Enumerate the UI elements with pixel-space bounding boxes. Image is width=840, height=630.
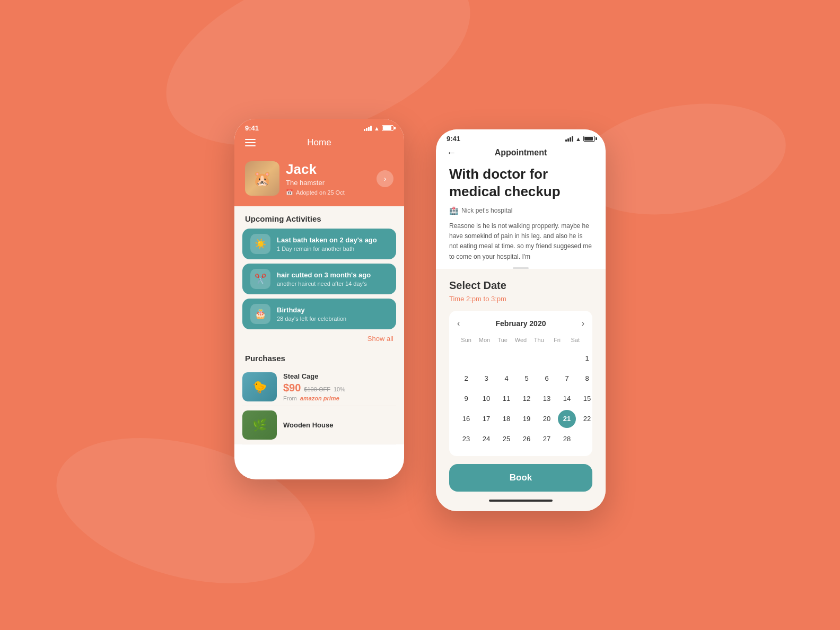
cal-next-btn[interactable]: ›	[582, 319, 584, 328]
purchase-from-cage: From amazon prime	[283, 395, 396, 401]
purchase-price-cage: $90	[283, 382, 301, 394]
purchase-original-cage: $100 OFF	[304, 386, 330, 392]
cal-day-6[interactable]: 6	[538, 370, 556, 388]
profile-name: Jack	[286, 161, 370, 178]
purchase-item-house[interactable]: 🌿 Wooden House	[242, 406, 396, 444]
cal-day-27[interactable]: 27	[538, 430, 556, 448]
hamburger-menu[interactable]	[245, 139, 256, 146]
cal-day-5[interactable]: 5	[518, 370, 536, 388]
profile-info: Jack The hamster 📅 Adopted on 25 Oct	[286, 161, 370, 196]
cal-day-3[interactable]: 3	[477, 370, 495, 388]
activity-item-bath[interactable]: ☀️ Last bath taken on 2 day's ago 1 Day …	[242, 229, 396, 259]
hospital-icon: 🏥	[449, 206, 458, 215]
select-date-title: Select Date	[449, 279, 592, 292]
day-tue: Tue	[494, 335, 512, 345]
cal-empty-1	[457, 349, 475, 368]
appt-nav: ← Appointment	[436, 145, 606, 163]
profile-adopt: 📅 Adopted on 25 Oct	[286, 189, 370, 196]
battery-icon	[382, 125, 393, 131]
book-button[interactable]: Book	[449, 464, 592, 492]
date-section: Select Date Time 2:pm to 3:pm ‹ February…	[436, 269, 606, 511]
purchase-img-cage: 🐤	[242, 372, 277, 401]
phones-container: 9:41 ▲ Home 🐹 Jack The hamster	[234, 119, 606, 511]
purchase-img-house: 🌿	[242, 410, 277, 440]
cal-day-20[interactable]: 20	[538, 410, 556, 428]
bath-icon: ☀️	[250, 234, 270, 254]
cal-day-10[interactable]: 10	[477, 390, 495, 408]
activity-text-birthday: Birthday 28 day's left for celebration	[277, 306, 388, 322]
activity-sub-birthday: 28 day's left for celebration	[277, 316, 388, 322]
cal-day-28[interactable]: 28	[558, 430, 576, 448]
purchase-info-house: Wooden House	[283, 421, 396, 429]
cal-day-11[interactable]: 11	[497, 390, 515, 408]
phone-appointment: 9:41 ▲ ← Appointment With doctor for med…	[436, 129, 606, 511]
day-fri: Fri	[548, 335, 566, 345]
show-all-row: Show all	[234, 329, 404, 346]
cal-empty-end	[578, 430, 596, 448]
activity-sub-haircut: another haircut need after 14 day's	[277, 281, 388, 287]
cal-header: ‹ February 2020 ›	[457, 319, 584, 328]
purchases-header: Purchases	[234, 346, 404, 368]
nav-bar-home: Home	[234, 135, 404, 156]
cal-month: February 2020	[496, 319, 546, 328]
vendor-link[interactable]: amazon prime	[300, 395, 339, 401]
cal-day-23[interactable]: 23	[457, 430, 475, 448]
profile-arrow-btn[interactable]: ›	[377, 170, 393, 187]
profile-subtitle: The hamster	[286, 179, 370, 187]
hospital-row: 🏥 Nick pet's hospital	[449, 206, 592, 215]
cal-empty-6	[558, 349, 576, 368]
cal-day-16[interactable]: 16	[457, 410, 475, 428]
status-icons-home: ▲	[364, 125, 393, 132]
cal-day-2[interactable]: 2	[457, 370, 475, 388]
cal-day-15[interactable]: 15	[578, 390, 596, 408]
content-area-home: Upcoming Activities ☀️ Last bath taken o…	[234, 206, 404, 444]
day-sat: Sat	[566, 335, 584, 345]
status-time-home: 9:41	[245, 124, 259, 132]
cal-day-22[interactable]: 22	[578, 410, 596, 428]
cal-day-24[interactable]: 24	[477, 430, 495, 448]
cal-empty-5	[538, 349, 556, 368]
show-all-btn[interactable]: Show all	[368, 335, 393, 343]
activities-header: Upcoming Activities	[234, 206, 404, 229]
cal-empty-3	[497, 349, 515, 368]
cal-day-9[interactable]: 9	[457, 390, 475, 408]
cal-empty-4	[518, 349, 536, 368]
activity-sub-bath: 1 Day remain for another bath	[277, 246, 388, 252]
adopt-text: Adopted on 25 Oct	[296, 189, 345, 196]
cal-day-7[interactable]: 7	[558, 370, 576, 388]
battery-icon-appt	[583, 136, 595, 142]
cal-day-4[interactable]: 4	[497, 370, 515, 388]
status-time-appt: 9:41	[447, 135, 460, 143]
cal-day-13[interactable]: 13	[538, 390, 556, 408]
cal-day-18[interactable]: 18	[497, 410, 515, 428]
purchase-item-cage[interactable]: 🐤 Steal Cage $90 $100 OFF 10% From amazo…	[242, 368, 396, 406]
cal-day-17[interactable]: 17	[477, 410, 495, 428]
status-icons-appt: ▲	[565, 136, 595, 142]
cal-day-12[interactable]: 12	[518, 390, 536, 408]
calendar: ‹ February 2020 › Sun Mon Tue Wed Thu Fr…	[449, 311, 592, 456]
day-sun: Sun	[457, 335, 475, 345]
time-slot: Time 2:pm to 3:pm	[449, 295, 592, 303]
cal-days-header: Sun Mon Tue Wed Thu Fri Sat	[457, 335, 584, 345]
profile-section: 🐹 Jack The hamster 📅 Adopted on 25 Oct ›	[234, 156, 404, 206]
cal-day-8[interactable]: 8	[578, 370, 596, 388]
purchase-name-cage: Steal Cage	[283, 372, 396, 380]
cal-empty-2	[477, 349, 495, 368]
cal-day-26[interactable]: 26	[518, 430, 536, 448]
cal-day-19[interactable]: 19	[518, 410, 536, 428]
cage-img: 🐤	[242, 372, 277, 401]
calendar-icon: 📅	[286, 189, 293, 196]
pet-avatar-img: 🐹	[245, 161, 279, 196]
wifi-icon-appt: ▲	[575, 136, 581, 142]
cal-prev-btn[interactable]: ‹	[457, 319, 460, 328]
cal-day-25[interactable]: 25	[497, 430, 515, 448]
activity-text-bath: Last bath taken on 2 day's ago 1 Day rem…	[277, 236, 388, 252]
cal-day-21[interactable]: 21	[558, 410, 576, 428]
activity-item-haircut[interactable]: ✂️ hair cutted on 3 month's ago another …	[242, 264, 396, 294]
signal-icon-appt	[565, 136, 573, 142]
cal-day-14[interactable]: 14	[558, 390, 576, 408]
cal-day-1[interactable]: 1	[578, 349, 596, 368]
pet-avatar: 🐹	[245, 161, 279, 196]
activity-item-birthday[interactable]: 🎂 Birthday 28 day's left for celebration	[242, 299, 396, 329]
back-button[interactable]: ←	[447, 147, 456, 159]
